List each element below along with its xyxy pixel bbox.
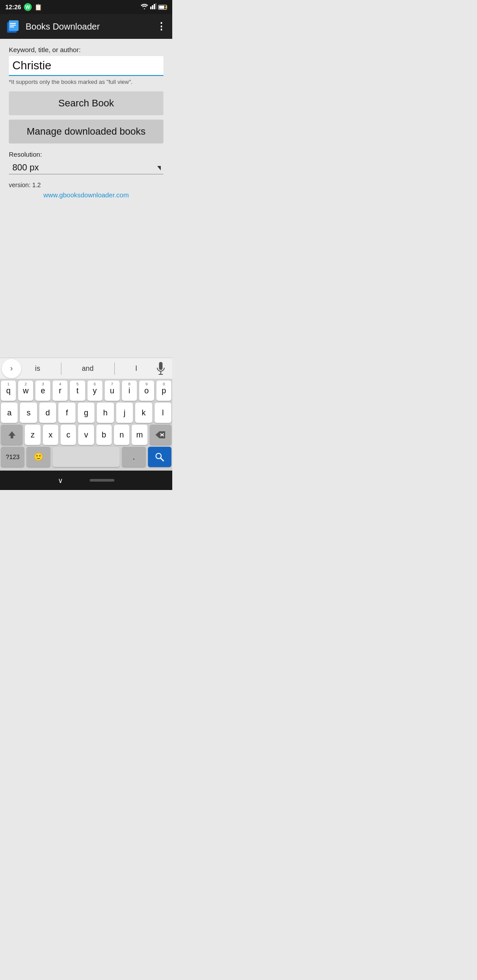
key-v[interactable]: v	[78, 425, 94, 445]
whatsapp-icon: W	[24, 3, 32, 11]
key-o[interactable]: 9o	[139, 381, 154, 401]
svg-rect-2	[154, 4, 155, 9]
field-label: Keyword, title, or author:	[9, 46, 163, 53]
svg-rect-6	[10, 23, 16, 24]
key-r[interactable]: 4r	[53, 381, 68, 401]
key-c[interactable]: c	[61, 425, 76, 445]
keyboard-row-3: z x c v b n m	[1, 425, 171, 445]
key-s[interactable]: s	[20, 403, 37, 423]
key-f[interactable]: f	[58, 403, 75, 423]
app-bar: Books Downloader ⋮	[0, 14, 172, 39]
hint-text: *It supports only the books marked as "f…	[9, 79, 163, 85]
key-n[interactable]: n	[114, 425, 129, 445]
version-text: version: 1.2	[9, 181, 163, 188]
keyboard: 1q 2w 3e 4r 5t 6y 7u 8i 9o 0p a s d f g …	[0, 379, 172, 471]
key-u[interactable]: 7u	[105, 381, 120, 401]
svg-rect-0	[150, 7, 151, 9]
website-link[interactable]: www.gbooksdownloader.com	[9, 191, 163, 199]
svg-marker-12	[8, 431, 15, 438]
key-i[interactable]: 8i	[122, 381, 137, 401]
key-m[interactable]: m	[132, 425, 147, 445]
search-book-button[interactable]: Search Book	[9, 91, 163, 115]
key-t[interactable]: 5t	[70, 381, 85, 401]
svg-rect-9	[159, 362, 163, 370]
app-logo	[5, 19, 21, 34]
key-q[interactable]: 1q	[1, 381, 16, 401]
key-z[interactable]: z	[25, 425, 40, 445]
search-input-wrapper	[9, 56, 163, 76]
svg-line-16	[161, 458, 163, 461]
key-backspace[interactable]	[150, 425, 171, 445]
suggestion-i[interactable]: I	[132, 365, 140, 373]
keyboard-row-2: a s d f g h j k l	[1, 403, 171, 423]
bottom-nav-bar: ∨	[0, 471, 172, 490]
suggestion-is[interactable]: is	[31, 365, 44, 373]
overflow-menu-icon[interactable]: ⋮	[156, 21, 167, 32]
search-input[interactable]	[9, 56, 163, 75]
suggestion-and[interactable]: and	[78, 365, 97, 373]
resolution-label: Resolution:	[9, 151, 163, 158]
key-y[interactable]: 6y	[87, 381, 102, 401]
key-period[interactable]: .	[122, 447, 145, 467]
status-time: 12:26	[5, 4, 21, 11]
suggestion-bar: › is and I	[0, 358, 172, 379]
key-l[interactable]: l	[155, 403, 171, 423]
app-title: Books Downloader	[26, 22, 156, 32]
svg-rect-10	[160, 372, 161, 374]
resolution-select-wrapper: 400 px 600 px 800 px 1000 px 1200 px	[9, 161, 163, 174]
status-icons: ⚡	[140, 3, 167, 11]
key-e[interactable]: 3e	[35, 381, 50, 401]
key-emoji[interactable]: 🙂	[26, 447, 50, 467]
suggest-divider-1	[61, 362, 61, 375]
key-w[interactable]: 2w	[18, 381, 33, 401]
mic-button[interactable]	[151, 359, 170, 378]
status-bar: 12:26 W 📋 ⚡	[0, 0, 172, 14]
svg-rect-11	[159, 374, 163, 375]
suggestion-expand-button[interactable]: ›	[2, 359, 21, 378]
screenshot-icon: 📋	[34, 4, 42, 11]
resolution-select[interactable]: 400 px 600 px 800 px 1000 px 1200 px	[9, 161, 163, 174]
key-g[interactable]: g	[78, 403, 95, 423]
svg-rect-7	[10, 25, 16, 26]
svg-rect-8	[10, 26, 14, 27]
suggest-divider-2	[114, 362, 115, 375]
battery-icon: ⚡	[158, 5, 167, 10]
key-shift[interactable]	[1, 425, 23, 445]
svg-rect-1	[152, 5, 153, 9]
key-search[interactable]	[148, 447, 171, 467]
keyboard-row-1: 1q 2w 3e 4r 5t 6y 7u 8i 9o 0p	[1, 381, 171, 401]
suggestion-words: is and I	[21, 362, 151, 375]
home-nav-pill[interactable]	[90, 479, 114, 482]
signal-icon	[150, 3, 156, 11]
wifi-icon	[140, 3, 148, 11]
manage-downloaded-button[interactable]: Manage downloaded books	[9, 120, 163, 143]
key-p[interactable]: 0p	[156, 381, 171, 401]
key-b[interactable]: b	[96, 425, 112, 445]
key-symbols[interactable]: ?123	[1, 447, 24, 467]
svg-rect-3	[155, 3, 156, 9]
key-x[interactable]: x	[43, 425, 58, 445]
main-content: Keyword, title, or author: *It supports …	[0, 39, 172, 358]
resolution-arrow-icon	[157, 166, 161, 170]
keyboard-row-4: ?123 🙂 .	[1, 447, 171, 467]
key-space[interactable]	[53, 447, 120, 467]
key-h[interactable]: h	[97, 403, 114, 423]
key-d[interactable]: d	[39, 403, 56, 423]
back-nav-icon[interactable]: ∨	[58, 476, 63, 485]
key-j[interactable]: j	[116, 403, 133, 423]
key-a[interactable]: a	[1, 403, 18, 423]
key-k[interactable]: k	[135, 403, 152, 423]
